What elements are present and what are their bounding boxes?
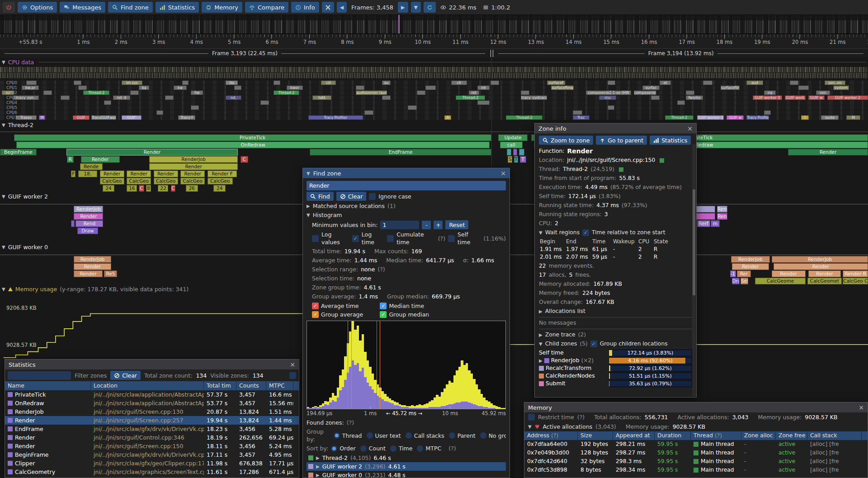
current-frame-marker[interactable]	[398, 15, 400, 33]
cpu-zone[interactable]	[234, 85, 241, 90]
timeline-zone[interactable]: C	[241, 156, 248, 163]
cpu-zone[interactable]	[798, 85, 809, 90]
timeline-zone[interactable]: call	[500, 142, 523, 148]
clear-filter-button[interactable]: Clear	[110, 371, 141, 380]
cpu-zone[interactable]: Tracy f	[178, 115, 195, 120]
cpu-track[interactable]: im sysitaciliaucfrsurfacefetaudsen..sis	[0, 80, 868, 85]
cpu-zone[interactable]: Thread-2	[506, 115, 542, 120]
cpu-zone[interactable]: kwor	[287, 85, 303, 90]
series-checkbox[interactable]: ✓	[380, 303, 387, 309]
group-by-parent[interactable]: Parent	[449, 432, 476, 440]
cpu-zone[interactable]: M	[846, 115, 860, 120]
scrollbar[interactable]	[692, 144, 696, 396]
timeline-zone[interactable]: CalcGeo	[100, 178, 124, 185]
cpu-zone[interactable]	[104, 100, 111, 105]
series-toggle-median-time[interactable]: ✓Median time	[380, 303, 448, 309]
cpu-zone[interactable]: fworke	[686, 95, 703, 100]
timeline-zone[interactable]: Render	[74, 213, 103, 220]
group-by-thread[interactable]: Thread	[334, 432, 362, 440]
column-header-duration[interactable]: Duration	[655, 431, 691, 440]
timeline-zone[interactable]: Rend	[75, 220, 103, 227]
timeline-zone[interactable]: CalcGeome	[755, 278, 805, 284]
cpu-zone[interactable]: nd,	[226, 95, 241, 100]
sort-by-count[interactable]: Count	[360, 445, 386, 452]
allocation-row[interactable]: 0x7e049b3d00128 bytes298.27 ms59.95 sMai…	[524, 449, 868, 457]
sort-by-mtpc[interactable]: MTPC	[417, 445, 441, 452]
power-button[interactable]	[3, 2, 15, 13]
cpu-zone[interactable]: composer@2.1-se (HW	[586, 90, 631, 95]
next-frame-button[interactable]: ▶	[398, 2, 408, 13]
timeline-zone[interactable]: Rerf	[697, 220, 710, 227]
column-header-thread[interactable]: Thread (?)	[691, 431, 741, 440]
cpu-track[interactable]	[0, 110, 868, 115]
series-toggle-group-average[interactable]: ✓Group average	[312, 311, 380, 318]
child-zones-header[interactable]: ▼ Child zones (5) ✓ Group children locat…	[539, 340, 692, 348]
timeline-zone[interactable]: Render	[180, 170, 205, 177]
frame-select-button[interactable]: ▼	[411, 2, 421, 13]
close-icon[interactable]: ×	[500, 170, 506, 176]
timeline-zone[interactable]: Render	[772, 270, 806, 277]
timeline-zone[interactable]: R	[67, 156, 74, 163]
timeline-zone[interactable]: RenderJob	[74, 256, 111, 263]
cpu-track[interactable]: tracy_syn..rot_dnd,tgtkThread-2tracy_sys…	[0, 95, 868, 100]
timeline-zone[interactable]: RenderJob	[772, 256, 868, 263]
statistics-row[interactable]: Clipperjni/../jni/src/claw/gfx/geo/Clipp…	[5, 459, 299, 468]
cpu-zone[interactable]	[425, 85, 436, 90]
min-bin-decrease-button[interactable]: -	[422, 221, 431, 229]
timeline-zone[interactable]: CalcGeomet	[807, 278, 842, 284]
cpu-zone[interactable]	[74, 80, 81, 85]
cpu-zone[interactable]: tracy_systrace	[521, 95, 547, 100]
thread-header-thread-2[interactable]: ▼Thread-2	[2, 122, 868, 128]
messages-button[interactable]: Messages	[60, 2, 105, 13]
memory-button[interactable]: Memory	[202, 2, 242, 13]
timeline-zone[interactable]: Render	[154, 170, 178, 177]
timeline-zone[interactable]: Sel	[741, 278, 748, 284]
cpu-zone[interactable]: audioserver /audio	[356, 90, 387, 95]
column-header-counts[interactable]: Counts	[236, 381, 266, 390]
statistics-row[interactable]: CalcGeometryjni/../jni/src/claw/graphics…	[5, 468, 299, 476]
cpu-zone[interactable]: Thread-2	[456, 95, 485, 100]
cpu-zone[interactable]: GUIF w	[808, 95, 825, 100]
find-button[interactable]: Find	[307, 192, 334, 201]
timeline-zone[interactable]: RenderJob	[74, 206, 103, 213]
zone-trace-header[interactable]: ▶Zone trace(2)	[539, 331, 692, 339]
cpu-zone[interactable]	[417, 90, 425, 95]
timeline-zone[interactable]: Render F	[208, 170, 237, 177]
column-header-address[interactable]: Address (?)	[524, 431, 578, 440]
timeline-zone[interactable]: CalcGeo C	[843, 278, 868, 284]
child-zone-row[interactable]: Self time172.14 µs (3.83%)	[539, 349, 692, 357]
find-zone-histogram[interactable]	[307, 321, 506, 409]
cpu-zone[interactable]: GUIF worker 2	[827, 95, 868, 100]
zone-statistics-button[interactable]: Statistics	[650, 136, 691, 145]
timeline-zone[interactable]: BeginFrame	[0, 149, 37, 156]
statistics-window-titlebar[interactable]: Statistics ×	[5, 360, 299, 369]
found-zone-group[interactable]: ▶Thread-2(4,105)6.46 s	[307, 454, 506, 462]
statistics-row[interactable]: BeginFramejni/../jni/src/claw/gfx/drv/vk…	[5, 450, 299, 459]
cpu-zone[interactable]	[130, 90, 139, 95]
cpu-zone[interactable]	[78, 85, 87, 90]
cpu-data-header[interactable]: ▼ CPU data	[2, 59, 868, 66]
cpu-zone[interactable]: I	[801, 115, 809, 120]
cpu-zone[interactable]: Thread-2	[665, 115, 693, 120]
column-header-size[interactable]: Size	[578, 431, 613, 440]
cpu-zone[interactable]: sen	[816, 90, 830, 95]
cpu-track[interactable]: kw,prbakwkworintsurfaceflingersurfacsurf…	[0, 85, 868, 90]
cpu-zone[interactable]: system	[833, 85, 849, 90]
series-checkbox[interactable]: ✓	[312, 303, 319, 309]
child-zone-row[interactable]: ▶RenderJob(×2)4.16 ms (92.60%)	[539, 357, 692, 364]
child-zone-row[interactable]: CalcRenderNodes51.51 µs (1.15%)	[539, 372, 692, 380]
timeline-zone[interactable]	[71, 220, 75, 227]
cpu-zone[interactable]: au	[382, 80, 391, 85]
self-time-checkbox[interactable]	[448, 235, 455, 242]
histogram-section-header[interactable]: ▼ Histogram	[307, 211, 506, 219]
column-header-total-tim[interactable]: Total tim	[204, 381, 236, 390]
statistics-row[interactable]: OnRedrawjni/../jni/src/claw/application/…	[5, 399, 299, 407]
timeline-zone[interactable]: T	[520, 156, 526, 163]
prev-frame-button[interactable]: ◀	[337, 2, 347, 13]
timeline-zone[interactable]: 24	[213, 185, 226, 192]
timeline-zone[interactable]: Rend	[717, 206, 727, 213]
timeline-zone[interactable]: Render	[774, 263, 868, 270]
statistics-option-checkbox[interactable]	[289, 372, 296, 379]
series-toggle-group-median[interactable]: ✓Group median	[380, 311, 448, 318]
zone-info-window-titlebar[interactable]: Zone info ×	[535, 123, 696, 133]
